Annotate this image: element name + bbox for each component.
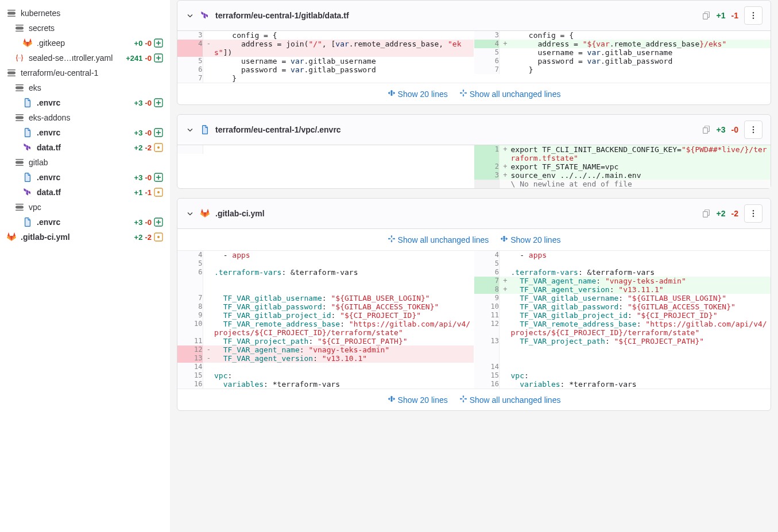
file-path[interactable]: terraform/eu-central-1/vpc/.envrc	[215, 125, 696, 134]
diff-line[interactable]: 4 - apps	[474, 251, 771, 259]
diff-line[interactable]: 16 variables: *terraform-vars	[474, 380, 771, 389]
tree-item[interactable]: .envrc+3 -0	[5, 215, 165, 230]
chevron-down-icon[interactable]	[185, 209, 195, 218]
line-number: 14	[474, 363, 500, 371]
file-path[interactable]: terraform/eu-central-1/gitlab/data.tf	[215, 11, 696, 20]
code-content: TF_VAR_gitlab_password: "${GITLAB_ACCESS…	[511, 302, 771, 311]
diff-line[interactable]: 6 password = var.gitlab_password	[177, 65, 474, 74]
diff-line[interactable]: 7 TF_VAR_gitlab_username: "${GITLAB_USER…	[177, 294, 474, 302]
line-number: 3	[474, 31, 500, 40]
diff-line[interactable]: 4 - apps	[177, 251, 474, 259]
tree-item[interactable]: .gitlab-ci.yml+2 -2	[5, 230, 165, 244]
diff-line[interactable]: 11 TF_VAR_project_path: "${CI_PROJECT_PA…	[177, 337, 474, 345]
diff-line[interactable]: 7 }	[177, 74, 474, 83]
code-content: TF_VAR_agent_name: "vnagy-teks-admin"	[214, 345, 474, 354]
diff-line[interactable]: 5	[177, 259, 474, 268]
diff-line[interactable]: 13- TF_VAR_agent_version: "v13.10.1"	[177, 354, 474, 363]
options-button[interactable]	[744, 204, 762, 223]
tf-icon	[23, 188, 32, 197]
diff-line[interactable]: 5	[474, 259, 771, 268]
diff-line[interactable]: 8 TF_VAR_gitlab_password: "${GITLAB_ACCE…	[177, 302, 474, 311]
diff-line[interactable]: 5 username = var.gitlab_username	[474, 48, 771, 57]
diff-line[interactable]	[474, 354, 771, 363]
copy-icon[interactable]	[702, 209, 711, 218]
diff-line[interactable]: 5 username = var.gitlab_username	[177, 57, 474, 65]
tree-item-name: sealed-se…ıtroller.yaml	[29, 53, 126, 63]
line-number: 15	[474, 371, 500, 380]
tree-item[interactable]: kubernetes	[5, 6, 165, 21]
tree-item-name: vpc	[29, 203, 163, 212]
tree-item[interactable]: terraform/eu-central-1	[5, 65, 165, 80]
line-number: 6	[177, 65, 203, 74]
diff-sign	[500, 57, 511, 65]
diff-line[interactable]: 15vpc:	[474, 371, 771, 380]
line-number: 7	[177, 294, 203, 302]
copy-icon[interactable]	[702, 125, 711, 134]
diff-line[interactable]: 4- address = join("/", [var.remote_addre…	[177, 40, 474, 57]
tree-item[interactable]: .gitkeep+0 -0	[5, 36, 165, 51]
options-button[interactable]	[744, 6, 762, 25]
diff-sign	[203, 380, 214, 389]
diff-line[interactable]	[177, 285, 474, 294]
diff-line[interactable]: 14	[474, 363, 771, 371]
show-all-lines[interactable]: Show all unchanged lines	[459, 395, 561, 405]
diff-line[interactable]: 1+export TF_CLI_INIT_BACKEND_CONFIG_KEY=…	[474, 145, 771, 162]
diff-line[interactable]: 15vpc:	[177, 371, 474, 380]
diff-line[interactable]: 8+ TF_VAR_agent_version: "v13.11.1"	[474, 285, 771, 294]
diff-line[interactable]: 3+source_env ../../../.main.env	[474, 171, 771, 180]
copy-icon[interactable]	[702, 11, 711, 20]
tree-item[interactable]: vpc	[5, 200, 165, 215]
file-path[interactable]: .gitlab-ci.yml	[215, 209, 696, 218]
diff-line[interactable]: 4+ address = "${var.remote_address_base}…	[474, 40, 771, 48]
tree-item[interactable]: .envrc+3 -0	[5, 170, 165, 185]
diff-line[interactable]: 9 TF_VAR_gitlab_username: "${GITLAB_USER…	[474, 294, 771, 302]
diff-sign: -	[203, 40, 214, 57]
diff-line[interactable]: 12- TF_VAR_agent_name: "vnagy-teks-admin…	[177, 345, 474, 354]
diff-line[interactable]: 6.terraform-vars: &terraform-vars	[474, 268, 771, 277]
diff-line[interactable]: 13 TF_VAR_project_path: "${CI_PROJECT_PA…	[474, 337, 771, 345]
diff-sign	[500, 345, 511, 354]
show-all-lines[interactable]: Show all unchanged lines	[388, 235, 489, 244]
diff-line[interactable]: 10 TF_VAR_remote_address_base: "https://…	[177, 320, 474, 337]
show-all-lines[interactable]: Show all unchanged lines	[459, 90, 561, 99]
tree-item[interactable]: sealed-se…ıtroller.yaml+241 -0	[5, 51, 165, 65]
diff-sign	[203, 302, 214, 311]
expand-bar: Show all unchanged lines Show 20 lines	[177, 229, 771, 251]
chevron-down-icon[interactable]	[185, 125, 195, 134]
diff-line[interactable]: 12 TF_VAR_remote_address_base: "https://…	[474, 320, 771, 337]
diff-line[interactable]: 10 TF_VAR_gitlab_password: "${GITLAB_ACC…	[474, 302, 771, 311]
show-20-lines[interactable]: Show 20 lines	[388, 395, 448, 405]
diff-line[interactable]	[474, 345, 771, 354]
diff-line[interactable]: 16 variables: *terraform-vars	[177, 380, 474, 389]
diff-line[interactable]: 3 config = {	[474, 31, 771, 40]
tree-item[interactable]: data.tf+1 -1	[5, 185, 165, 200]
diff-line[interactable]: 2+export TF_STATE_NAME=vpc	[474, 162, 771, 171]
tree-item[interactable]: .envrc+3 -0	[5, 95, 165, 110]
diff-line[interactable]: 6.terraform-vars: &terraform-vars	[177, 268, 474, 277]
diff-line[interactable]	[177, 277, 474, 285]
chevron-down-icon[interactable]	[185, 11, 195, 20]
diff-line[interactable]: \ No newline at end of file	[474, 180, 771, 188]
diff-line[interactable]: 9 TF_VAR_gitlab_project_id: "${CI_PROJEC…	[177, 311, 474, 320]
show-20-lines[interactable]: Show 20 lines	[500, 235, 560, 244]
diff-line[interactable]: 7+ TF_VAR_agent_name: "vnagy-teks-admin"	[474, 277, 771, 285]
tree-item[interactable]: data.tf+2 -2	[5, 140, 165, 155]
diff-line[interactable]: 7 }	[474, 65, 771, 74]
options-button[interactable]	[744, 121, 762, 139]
code-content: username = var.gitlab_username	[214, 57, 474, 65]
diff-line[interactable]: 14	[177, 363, 474, 371]
tree-item[interactable]: gitlab	[5, 155, 165, 170]
tree-item[interactable]: secrets	[5, 21, 165, 36]
tree-item-name: .gitkeep	[37, 38, 134, 48]
diff-sign	[203, 31, 214, 40]
diff-line[interactable]: 3 config = {	[177, 31, 474, 40]
tree-item[interactable]: eks-addons	[5, 110, 165, 125]
diff-line[interactable]: 6 password = var.gitlab_password	[474, 57, 771, 65]
diff-line[interactable]: 11 TF_VAR_gitlab_project_id: "${CI_PROJE…	[474, 311, 771, 320]
tree-item-name: .envrc	[37, 173, 134, 182]
tree-item[interactable]: .envrc+3 -0	[5, 125, 165, 140]
del-count: -1	[731, 11, 738, 20]
expand-bar: Show 20 lines Show all unchanged lines	[177, 389, 771, 410]
tree-item[interactable]: eks	[5, 80, 165, 95]
show-20-lines[interactable]: Show 20 lines	[388, 90, 448, 99]
